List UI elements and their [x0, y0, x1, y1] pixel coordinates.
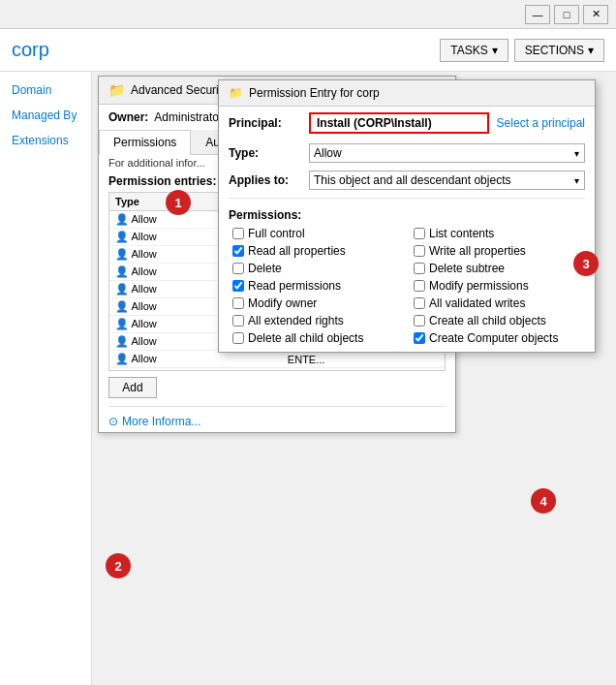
applies-to-row: Applies to: This object and all descenda… — [219, 167, 595, 194]
checkbox-create-computer[interactable] — [414, 332, 425, 344]
more-info-text: More Informa... — [122, 415, 200, 428]
user-icon: 👤 — [115, 335, 129, 347]
type-label: Type: — [229, 146, 301, 160]
permission-entry-dialog: 📁 Permission Entry for corp Principal: I… — [218, 79, 596, 353]
perm-label-all-validated-writes[interactable]: All validated writes — [429, 296, 525, 310]
type-select[interactable]: AllowDeny — [309, 143, 585, 163]
perm-item-modify-permissions: Modify permissions — [414, 278, 585, 294]
tasks-button[interactable]: TASKS ▾ — [440, 39, 508, 62]
perm-label-modify-owner[interactable]: Modify owner — [248, 296, 317, 310]
perm-label-read-all-props[interactable]: Read all properties — [248, 244, 346, 258]
sidebar-item-domain[interactable]: Domain — [0, 78, 91, 103]
table-row[interactable]: 👤 Allow ENTE... — [109, 368, 445, 372]
user-icon: 👤 — [115, 318, 129, 329]
perm-item-create-computer: Create Computer objects — [414, 330, 585, 346]
sidebar: Domain Managed By Extensions — [0, 72, 92, 685]
perm-label-list-contents[interactable]: List contents — [429, 227, 494, 240]
user-icon: 👤 — [115, 300, 129, 312]
perm-label-all-extended-rights[interactable]: All extended rights — [248, 314, 344, 327]
checkbox-all-validated-writes[interactable] — [414, 297, 425, 309]
checkbox-list-contents[interactable] — [414, 228, 425, 239]
perm-item-all-validated-writes: All validated writes — [414, 296, 585, 311]
folder-icon-2: 📁 — [229, 86, 243, 100]
entry-type: 👤 Allow — [109, 368, 282, 372]
more-info-link[interactable]: ⊙ More Informa... — [99, 411, 455, 432]
checkbox-write-all-props[interactable] — [414, 245, 425, 257]
perm-entry-title: 📁 Permission Entry for corp — [219, 80, 595, 107]
checkbox-modify-permissions[interactable] — [414, 280, 425, 292]
checkbox-create-all-child[interactable] — [414, 315, 425, 327]
owner-label: Owner: — [108, 110, 148, 124]
tab-permissions[interactable]: Permissions — [99, 130, 191, 155]
perm-label-delete-subtree[interactable]: Delete subtree — [429, 262, 505, 275]
title-bar: — □ ✕ — [0, 0, 616, 29]
sections-button[interactable]: SECTIONS ▾ — [514, 39, 604, 62]
perm-entry-title-text: Permission Entry for corp — [249, 86, 380, 100]
permissions-section: Permissions: Full controlList contentsRe… — [219, 202, 595, 352]
checkbox-modify-owner[interactable] — [232, 297, 244, 309]
checkbox-all-extended-rights[interactable] — [232, 315, 244, 327]
principal-row: Principal: Install (CORP\Install) Select… — [219, 107, 595, 140]
checkbox-delete-all-child[interactable] — [232, 332, 244, 344]
table-row[interactable]: 👤 Allow ENTE... — [109, 351, 445, 368]
main-panel: 📁 Advanced Security Settings for corp Ow… — [92, 72, 616, 685]
perm-item-all-extended-rights: All extended rights — [232, 313, 404, 328]
perm-item-delete: Delete — [232, 261, 404, 276]
app-window: corp TASKS ▾ SECTIONS ▾ Domain Managed B… — [0, 29, 616, 685]
add-button[interactable]: Add — [108, 377, 157, 398]
perm-item-list-contents: List contents — [414, 226, 585, 241]
sections-dropdown-icon: ▾ — [588, 44, 594, 57]
divider — [108, 406, 446, 407]
perm-item-modify-owner: Modify owner — [232, 296, 404, 311]
entry-type: 👤 Allow — [109, 351, 282, 368]
type-row: Type: AllowDeny — [219, 140, 595, 167]
checkbox-full-control[interactable] — [232, 228, 244, 239]
perm-label-delete[interactable]: Delete — [248, 262, 282, 275]
perm-label-delete-all-child[interactable]: Delete all child objects — [248, 331, 363, 345]
permissions-grid: Full controlList contentsRead all proper… — [229, 226, 585, 346]
user-icon: 👤 — [115, 213, 129, 225]
content-area: Domain Managed By Extensions 📁 Advanced … — [0, 72, 616, 685]
top-bar-buttons: TASKS ▾ SECTIONS ▾ — [440, 39, 604, 62]
user-icon: 👤 — [115, 231, 129, 242]
user-icon: 👤 — [115, 248, 129, 260]
close-button[interactable]: ✕ — [583, 5, 608, 24]
perm-item-delete-subtree: Delete subtree — [414, 261, 585, 276]
perm-actions: Add — [99, 373, 455, 402]
maximize-button[interactable]: □ — [554, 5, 579, 24]
annotation-2: 2 — [106, 553, 131, 578]
perm-item-read-all-props: Read all properties — [232, 243, 404, 259]
applies-to-select[interactable]: This object and all descendant objects — [309, 171, 585, 190]
checkbox-delete[interactable] — [232, 263, 244, 274]
top-bar: corp TASKS ▾ SECTIONS ▾ — [0, 29, 616, 72]
perm-item-create-all-child: Create all child objects — [414, 313, 585, 328]
principal-label: Principal: — [229, 116, 301, 130]
select-principal-link[interactable]: Select a principal — [497, 116, 585, 130]
applies-to-label: Applies to: — [229, 173, 301, 187]
perm-label-create-computer[interactable]: Create Computer objects — [429, 331, 558, 345]
user-icon: 👤 — [115, 353, 129, 364]
perm-label-modify-permissions[interactable]: Modify permissions — [429, 279, 529, 293]
perm-label-full-control[interactable]: Full control — [248, 227, 305, 240]
window-controls: — □ ✕ — [525, 5, 608, 24]
user-icon: 👤 — [115, 283, 129, 295]
chevron-up-icon: ⊙ — [108, 415, 118, 428]
sidebar-item-extensions[interactable]: Extensions — [0, 128, 91, 153]
checkbox-delete-subtree[interactable] — [414, 263, 425, 274]
entry-principal: ENTE... — [282, 351, 445, 368]
perm-label-read-permissions[interactable]: Read permissions — [248, 279, 341, 293]
type-select-wrapper: AllowDeny — [309, 143, 585, 163]
divider-2 — [229, 198, 585, 199]
perm-item-full-control: Full control — [232, 226, 404, 241]
perm-item-delete-all-child: Delete all child objects — [232, 330, 404, 346]
user-icon: 👤 — [115, 265, 129, 277]
app-title: corp — [12, 39, 49, 61]
perm-item-write-all-props: Write all properties — [414, 243, 585, 259]
sidebar-item-managed-by[interactable]: Managed By — [0, 103, 91, 128]
perm-label-write-all-props[interactable]: Write all properties — [429, 244, 526, 258]
perm-label-create-all-child[interactable]: Create all child objects — [429, 314, 546, 327]
minimize-button[interactable]: — — [525, 5, 550, 24]
checkbox-read-all-props[interactable] — [232, 245, 244, 257]
checkbox-read-permissions[interactable] — [232, 280, 244, 292]
perm-item-read-permissions: Read permissions — [232, 278, 404, 294]
